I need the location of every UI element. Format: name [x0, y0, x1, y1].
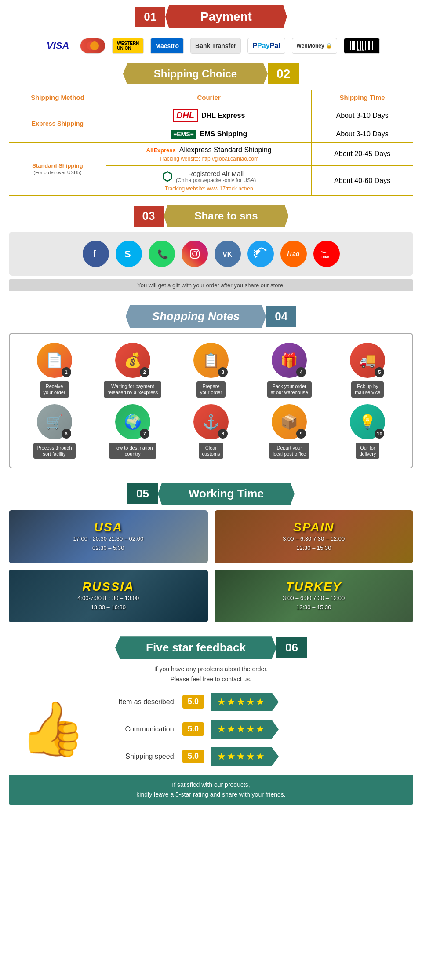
col-courier: Courier — [106, 90, 311, 105]
sns-section: 03 Share to sns f S 📞 VK — [0, 196, 422, 296]
post-icon: ⬡ — [162, 169, 172, 184]
facebook-icon[interactable]: f — [83, 241, 109, 267]
communication-score: 5.0 — [182, 722, 204, 736]
youtube-icon[interactable]: You Tube — [313, 241, 340, 267]
step-1-icon: 📄 1 — [37, 343, 72, 378]
item-described-row: Item as described: 5.0 ★★★★★ — [106, 693, 413, 711]
steps-container: 📄 1 Receiveyour order 💰 2 Waiting for pa… — [9, 333, 413, 468]
vk-icon[interactable]: VK — [215, 241, 241, 267]
instagram-icon[interactable] — [182, 241, 208, 267]
mastercard-icon — [80, 38, 106, 54]
step-4: 🎁 4 Pack your orderat our warehouse — [254, 343, 325, 398]
dhl-name: DHL Express — [201, 112, 245, 120]
step-8-label: Clearcustoms — [199, 443, 224, 459]
svg-point-22 — [193, 252, 197, 256]
aliexpress-courier-cell: AliExpress Aliexpress Standard Shipping … — [106, 143, 311, 166]
russia-name: RUSSIA — [82, 580, 134, 594]
table-row: Standard Shipping(For order over USD5) A… — [9, 143, 413, 166]
svg-rect-16 — [372, 41, 373, 50]
boletol-icon: Boletol — [344, 38, 380, 54]
step-7: 🌍 7 Flow to destinationcountry — [97, 404, 168, 459]
standard-shipping-label: Standard Shipping(For order over USD5) — [9, 143, 106, 196]
step-4-icon: 🎁 4 — [272, 343, 307, 378]
communication-label: Communication: — [106, 725, 176, 733]
step-2-label: Waiting for paymentreleased by alixexpre… — [104, 381, 161, 398]
ali-time: About 20-45 Days — [312, 143, 413, 166]
shipping-section: Shipping Choice 02 Shipping Method Couri… — [0, 63, 422, 196]
step-4-label: Pack your orderat our warehouse — [267, 381, 312, 398]
spain-times: 3:00 – 6:30 7:30 – 12:0012:30 – 15:30 — [283, 534, 345, 553]
table-row: Express Shipping DHL DHL Express About 3… — [9, 105, 413, 126]
sns-gift-note: You will get a gift with your order afte… — [9, 279, 413, 291]
ems-courier-cell: ≡EMS≡ EMS Shipping — [106, 126, 311, 143]
visa-icon: VISA — [42, 38, 73, 54]
sns-num: 03 — [134, 206, 164, 227]
ali-logo: AliExpress — [146, 147, 176, 154]
step-9-label: Depart yourlocal post office — [269, 443, 309, 459]
country-grid: USA 17:00 - 20:30 21:30 – 02:0002:30 – 5… — [9, 510, 413, 622]
payment-header: 01 Payment — [0, 5, 422, 28]
feedback-section: Five star feedback 06 If you have any pr… — [0, 627, 422, 809]
shipping-speed-label: Shipping speed: — [106, 753, 176, 761]
svg-text:f: f — [93, 248, 96, 259]
step-8-icon: ⚓ 8 — [193, 404, 229, 439]
feedback-title: Five star feedback — [115, 636, 276, 659]
russia-box: RUSSIA 4:00-7:30 8：30 – 13:0013:30 – 16:… — [9, 570, 208, 622]
step-5-icon: 🚚 5 — [350, 343, 385, 378]
shipping-title: Shipping Choice — [123, 63, 268, 84]
ems-logo: ≡EMS≡ — [171, 130, 196, 139]
spain-box: SPAIN 3:00 – 6:30 7:30 – 12:0012:30 – 15… — [215, 510, 414, 563]
svg-text:Tube: Tube — [321, 255, 329, 259]
working-time-num: 05 — [127, 483, 158, 504]
twitter-icon[interactable] — [247, 241, 274, 267]
webmoney-icon: WebMoney 🔒 — [292, 38, 337, 54]
feedback-num: 06 — [276, 637, 307, 658]
paypal-icon: PPayPal — [247, 38, 285, 54]
shipping-num: 02 — [268, 63, 299, 84]
ali-name: Aliexpress Standard Shipping — [179, 146, 272, 154]
feedback-content: 👍 Item as described: 5.0 ★★★★★ Communica… — [9, 693, 413, 766]
whatsapp-icon[interactable]: 📞 — [149, 241, 175, 267]
feedback-footer: If satisfied with our products,kindly le… — [9, 775, 413, 805]
svg-rect-13 — [367, 41, 367, 50]
turkey-times: 3:00 – 6:30 7:30 – 12:0012:30 – 15:30 — [283, 594, 345, 612]
skype-icon[interactable]: S — [116, 241, 142, 267]
turkey-name: TURKEY — [286, 580, 342, 594]
item-described-score: 5.0 — [182, 695, 204, 709]
bank-transfer-icon: Bank Transfer — [190, 38, 241, 54]
item-described-label: Item as described: — [106, 698, 176, 706]
svg-rect-14 — [368, 41, 370, 50]
step-9-icon: 📦 9 — [272, 404, 307, 439]
registered-time: About 40-60 Days — [312, 166, 413, 196]
step-7-icon: 🌍 7 — [115, 404, 150, 439]
step-2-icon: 💰 2 — [115, 343, 150, 378]
itao-icon[interactable]: iTao — [280, 241, 307, 267]
shopping-notes-section: Shopping Notes 04 📄 1 Receiveyour order … — [0, 296, 422, 473]
step-5-label: Pck up bymail service — [351, 381, 384, 398]
dhl-logo: DHL — [173, 109, 198, 122]
step-6: 🛒 6 Process throughsort facility — [18, 404, 90, 459]
dhl-courier-cell: DHL DHL Express — [106, 105, 311, 126]
western-union-icon: WESTERNUNION — [112, 38, 144, 54]
feedback-header: Five star feedback 06 — [9, 636, 413, 659]
svg-text:Boletol: Boletol — [357, 49, 367, 51]
ratings-container: Item as described: 5.0 ★★★★★ Communicati… — [106, 693, 413, 766]
step-5: 🚚 5 Pck up bymail service — [332, 343, 404, 398]
step-10: 💡 10 Our fordelivery — [332, 404, 404, 459]
svg-text:S: S — [124, 249, 131, 260]
registered-mail-name: Registered Air Mail (China post/epacket-… — [176, 170, 256, 183]
shipping-speed-score: 5.0 — [182, 750, 204, 763]
spain-name: SPAIN — [293, 520, 335, 534]
step-3: 📋 3 Prepareyour order — [175, 343, 247, 398]
usa-times: 17:00 - 20:30 21:30 – 02:0002:30 – 5:30 — [73, 534, 143, 553]
payment-num: 01 — [135, 7, 165, 27]
maestro-icon: Maestro — [150, 38, 184, 54]
svg-rect-3 — [350, 41, 351, 50]
col-method: Shipping Method — [9, 90, 106, 105]
sns-title: Share to sns — [164, 205, 288, 227]
communication-row: Communication: 5.0 ★★★★★ — [106, 720, 413, 739]
svg-text:📞: 📞 — [157, 249, 168, 260]
step-10-icon: 💡 10 — [350, 404, 385, 439]
shipping-table: Shipping Method Courier Shipping Time Ex… — [9, 90, 413, 196]
thumbs-up-icon: 👍 — [9, 698, 97, 760]
